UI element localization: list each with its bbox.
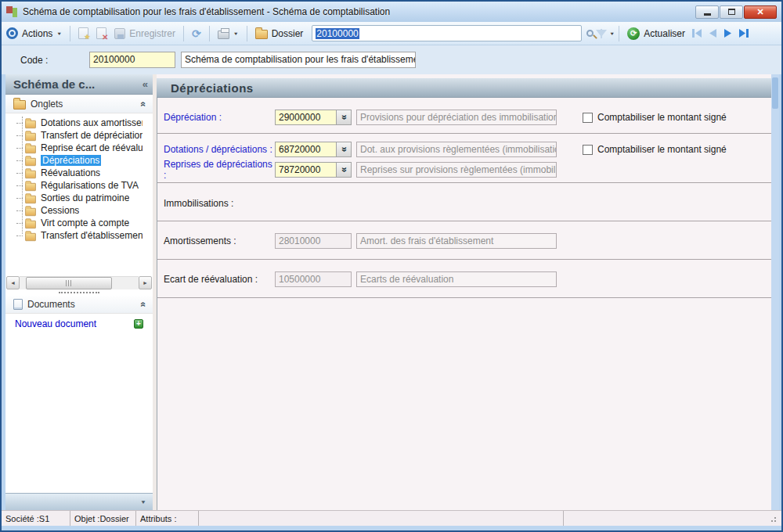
checkbox[interactable] bbox=[583, 145, 593, 155]
sidebar-bottom-bar: ▼ bbox=[5, 493, 153, 510]
separator bbox=[247, 26, 247, 41]
minimize-button[interactable] bbox=[695, 5, 719, 19]
window-title: Schéma de comptabilisation pour les frai… bbox=[23, 6, 691, 17]
page-title: Dépréciations bbox=[171, 81, 254, 95]
separator bbox=[70, 26, 70, 41]
next-record-icon bbox=[723, 28, 733, 38]
previous-record-icon bbox=[708, 28, 718, 38]
amortissements-description: Amort. des frais d'établissement bbox=[356, 233, 557, 249]
checkbox[interactable] bbox=[583, 113, 593, 123]
onglets-group-header[interactable]: Onglets « bbox=[5, 95, 153, 113]
delete-button[interactable]: ✕ bbox=[92, 26, 110, 41]
scroll-right-button[interactable]: ► bbox=[139, 276, 152, 289]
new-document-row: Nouveau document + bbox=[5, 314, 153, 334]
splitter-handle[interactable] bbox=[59, 292, 99, 293]
chevron-down-icon: ▼ bbox=[233, 31, 239, 36]
combo-dropdown-button[interactable]: « bbox=[336, 142, 352, 157]
chevron-double-down-icon: « bbox=[338, 115, 349, 120]
folder-icon bbox=[25, 132, 36, 140]
page-title-bar: Dépréciations bbox=[157, 78, 771, 98]
next-record-button[interactable] bbox=[720, 28, 735, 38]
save-button[interactable]: Enregistrer bbox=[110, 27, 179, 41]
dotations-description: Dot. aux provisions règlementées (immobi… bbox=[356, 142, 557, 157]
close-button[interactable]: ✕ bbox=[744, 5, 777, 19]
maximize-icon bbox=[728, 9, 735, 15]
separator bbox=[209, 26, 210, 41]
sidebar-item-reprise-ecart-reevaluation[interactable]: Reprise écart de réévalua bbox=[5, 142, 153, 154]
actions-menu-button[interactable]: Actions ▼ bbox=[18, 27, 66, 41]
dossier-button[interactable]: Dossier bbox=[251, 26, 308, 41]
sidebar-title: Schéma de c... bbox=[13, 77, 143, 91]
onglets-tree: Dotations aux amortissem Transfert de dé… bbox=[5, 113, 153, 242]
sidebar-item-dotations-amortissements[interactable]: Dotations aux amortissem bbox=[5, 117, 153, 129]
field-label: Dotations / dépréciations : bbox=[164, 144, 275, 155]
folder-icon bbox=[25, 195, 36, 203]
reprises-combo[interactable]: 78720000 « bbox=[275, 162, 352, 178]
new-button[interactable]: ★ bbox=[74, 26, 92, 41]
signed-amount-option-2[interactable]: Comptabiliser le montant signé bbox=[583, 144, 727, 155]
sidebar-item-regularisations-tva[interactable]: Régularisations de TVA bbox=[5, 179, 153, 192]
signed-amount-option-1[interactable]: Comptabiliser le montant signé bbox=[583, 112, 727, 123]
actualiser-button[interactable]: ⟳ Actualiser bbox=[623, 26, 689, 41]
documents-group-header[interactable]: Documents « bbox=[5, 295, 153, 314]
resize-grip-icon[interactable] bbox=[769, 515, 776, 522]
add-document-button[interactable]: + bbox=[134, 319, 143, 329]
reprises-description: Reprises sur provisions règlementées (im… bbox=[356, 162, 557, 178]
scrollbar-thumb[interactable] bbox=[26, 277, 112, 289]
amortissements-code-input: 28010000 bbox=[275, 233, 352, 249]
folder-icon bbox=[25, 182, 36, 190]
search-value-selected: 20100000 bbox=[316, 28, 359, 39]
printer-icon bbox=[218, 31, 229, 39]
sidebar-item-transfert-depreciations[interactable]: Transfert de dépréciations bbox=[5, 129, 153, 142]
chevron-up-icon[interactable]: « bbox=[139, 101, 150, 106]
separator bbox=[619, 26, 619, 41]
filter-icon[interactable] bbox=[596, 30, 607, 37]
depreciation-description: Provisions pour dépréciation des immobil… bbox=[356, 110, 557, 125]
sidebar-item-depreciations[interactable]: Dépréciations bbox=[5, 154, 153, 167]
previous-record-button[interactable] bbox=[705, 28, 720, 38]
search-icon[interactable] bbox=[586, 30, 594, 37]
ecart-description: Ecarts de réévaluation bbox=[356, 271, 557, 287]
status-resize-area bbox=[564, 511, 781, 526]
collapse-pane-icon[interactable]: « bbox=[143, 78, 148, 90]
app-icon bbox=[6, 6, 17, 17]
dotations-combo[interactable]: 68720000 « bbox=[275, 142, 352, 157]
sidebar: Schéma de c... « Onglets « Dotations aux… bbox=[5, 74, 153, 510]
status-objet: Objet :Dossier bbox=[70, 511, 136, 526]
sidebar-item-virt-compte[interactable]: Virt compte à compte bbox=[5, 217, 153, 229]
sidebar-horizontal-scrollbar[interactable]: ◄ ► bbox=[6, 276, 152, 289]
first-record-button[interactable] bbox=[689, 28, 705, 38]
folder-icon bbox=[25, 170, 36, 178]
combo-dropdown-button[interactable]: « bbox=[336, 110, 352, 125]
refresh-green-icon: ⟳ bbox=[627, 27, 640, 40]
section-immobilisations: Immobilisations : bbox=[157, 183, 771, 221]
scroll-left-button[interactable]: ◄ bbox=[6, 276, 20, 289]
last-record-button[interactable] bbox=[735, 28, 752, 38]
main-vertical-scrollbar[interactable] bbox=[771, 74, 779, 510]
chevron-up-icon[interactable]: « bbox=[139, 301, 150, 307]
folder-icon bbox=[25, 232, 36, 240]
sidebar-item-cessions[interactable]: Cessions bbox=[5, 204, 153, 217]
folder-icon bbox=[25, 145, 36, 153]
maximize-button[interactable] bbox=[720, 5, 743, 19]
search-input[interactable]: 20100000 bbox=[312, 25, 582, 41]
print-button[interactable]: ▼ bbox=[214, 27, 243, 41]
refresh-button[interactable]: ⟳ bbox=[188, 27, 205, 41]
filter-chevron-down-icon[interactable]: ▼ bbox=[609, 31, 615, 36]
folder-icon bbox=[25, 220, 36, 228]
status-societe: Société :S1 bbox=[2, 511, 70, 526]
sidebar-item-transfert-etablissement[interactable]: Transfert d'établissement bbox=[5, 229, 153, 242]
scrollbar-track[interactable] bbox=[20, 276, 139, 289]
combo-dropdown-button[interactable]: « bbox=[336, 162, 352, 178]
chevron-down-icon[interactable]: ▼ bbox=[140, 499, 146, 505]
scrollbar-thumb[interactable] bbox=[772, 77, 778, 109]
refresh-icon: ⟳ bbox=[192, 28, 201, 39]
sidebar-item-sorties-patrimoine[interactable]: Sorties du patrimoine bbox=[5, 192, 153, 204]
name-input[interactable]: Schéma de comptabilisation pour les frai… bbox=[181, 52, 416, 68]
folder-icon bbox=[25, 120, 36, 128]
code-input[interactable]: 20100000 bbox=[89, 52, 175, 68]
sidebar-item-reevaluations[interactable]: Réévaluations bbox=[5, 167, 153, 179]
app-window: Schéma de comptabilisation pour les frai… bbox=[0, 0, 783, 532]
depreciation-combo[interactable]: 29000000 « bbox=[275, 110, 352, 125]
new-document-link[interactable]: Nouveau document bbox=[15, 318, 96, 329]
